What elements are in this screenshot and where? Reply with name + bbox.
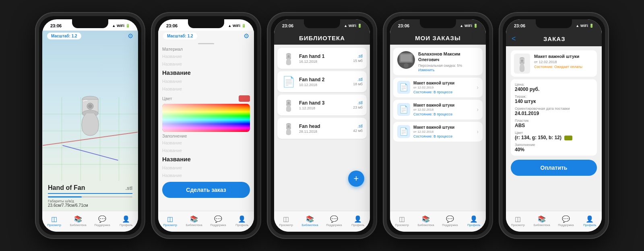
lib-item-date-3: 1.12.2018 [299, 106, 350, 110]
signal-icon-3: ▲ [344, 24, 347, 28]
phone-inner-1: 23:06 ▲ WiFi 🔋 Масштаб: 1.2 ⚙ [42, 19, 138, 232]
viewer-info: Hand of Fan .stl Габариты ш/в/д 23.6см/7… [42, 181, 138, 211]
color-picker[interactable] [162, 104, 250, 132]
nav-profile-label-5: Профиль [583, 223, 596, 227]
file-title-row: Hand of Fan .stl [48, 184, 132, 194]
nav-library-2[interactable]: 📚 Библиотека [182, 211, 206, 232]
order-detail-body: Макет важной штуки от 12.02.2018 Состоян… [506, 46, 602, 211]
scroll-indicator [48, 196, 132, 198]
settings-panel[interactable]: Материал Название Название Название Назв… [158, 41, 254, 211]
nav-library-icon-1: 📚 [74, 216, 82, 222]
name-opt-main: Название [162, 68, 250, 77]
pay-button[interactable]: Оплатить [511, 160, 597, 176]
library-screen: БИБЛИОТЕКА [274, 31, 370, 211]
fan-icon-1 [283, 51, 295, 66]
nav-profile-2[interactable]: 👤 Профиль [230, 211, 254, 232]
profile-edit[interactable]: Изменить [418, 68, 479, 72]
fan-icon-4 [283, 121, 295, 136]
nav-library-3[interactable]: 📚 Библиотека [298, 211, 322, 232]
material-row: Пластик ABS [515, 119, 593, 128]
svg-rect-19 [400, 54, 412, 62]
lib-item-ext-2: .stl [353, 77, 363, 82]
phones-container: 23:06 ▲ WiFi 🔋 Масштаб: 1.2 ⚙ [28, 5, 616, 246]
order-card-3[interactable]: 📄 Макет важной штуки от 12.02.2018 Состо… [393, 122, 483, 142]
fill-opt-1: Название [162, 140, 250, 146]
viewer-3d[interactable] [42, 41, 138, 181]
nav-viewer-2[interactable]: ◫ Просмотр [158, 211, 182, 232]
nav-support-icon-2: 💬 [214, 216, 222, 222]
nav-profile-3[interactable]: 👤 Профиль [346, 211, 370, 232]
library-item-3[interactable]: Fan hand 3 1.12.2018 .stl 23 мб [277, 95, 367, 115]
nav-support-5[interactable]: 💬 Поддержка [554, 211, 578, 232]
nav-support-4[interactable]: 💬 Поддержка [438, 211, 462, 232]
signal-icon-2: ▲ [228, 24, 231, 28]
nav-support-3[interactable]: 💬 Поддержка [322, 211, 346, 232]
profile-avatar [397, 51, 415, 69]
profile-info: Балахонов Максим Олегович Персональная с… [418, 51, 479, 72]
order-details-grid: Цена: 24000 руб. Тираж: 140 штук Ориенти… [511, 79, 597, 156]
color-swatch[interactable] [239, 95, 250, 102]
library-item-1[interactable]: Fan hand 1 16.12.2018 .stl 15 мб [277, 48, 367, 69]
nav-support-1[interactable]: 💬 Поддержка [90, 211, 114, 232]
grid-v4 [119, 97, 119, 181]
signal-icon-5: ▲ [576, 24, 579, 28]
nav-profile-icon-3: 👤 [354, 216, 362, 222]
material-value: ABS [515, 123, 593, 128]
order-icon-3: 📄 [397, 125, 410, 138]
order-product-name: Макет важной штуки [534, 53, 594, 59]
settings-header: Масштаб: 1.2 ⚙ [158, 31, 254, 41]
library-item-4[interactable]: Fan head 28.11.2018 .stl 42 мб [277, 118, 367, 139]
grid-h4 [42, 164, 138, 165]
nav-viewer-label-5: Просмотр [511, 223, 525, 227]
library-item-2[interactable]: 📄 Fan hand 2 10.12.2018 .stl 18 мб [277, 71, 367, 92]
nav-viewer-3[interactable]: ◫ Просмотр [274, 211, 298, 232]
phone-shell-1: 23:06 ▲ WiFi 🔋 Масштаб: 1.2 ⚙ [36, 13, 144, 238]
nav-support-2[interactable]: 💬 Поддержка [206, 211, 230, 232]
order-product-row: Макет важной штуки от 12.02.2018 Состоян… [511, 50, 597, 77]
lib-item-size-3: 23 мб [353, 105, 363, 109]
viewer-screen: Масштаб: 1.2 ⚙ [42, 31, 138, 211]
order-card-2[interactable]: 📄 Макет важной штуки от 12.02.2018 Состо… [393, 100, 483, 119]
price-label: Цена: [515, 82, 593, 86]
price-value: 24000 руб. [515, 86, 593, 92]
nav-library-icon-2: 📚 [190, 216, 198, 222]
nav-viewer-1[interactable]: ◫ Просмотр [42, 211, 66, 232]
lib-item-ext-1: .stl [353, 54, 363, 58]
library-item-icon-2: 📄 [281, 74, 296, 89]
nav-profile-5[interactable]: 👤 Профиль [578, 211, 602, 232]
nav-library-1[interactable]: 📚 Библиотека [66, 211, 91, 232]
nav-support-label-1: Поддержка [94, 223, 110, 227]
fan-svg [68, 85, 112, 138]
phone-settings: 23:06 ▲ WiFi 🔋 Масштаб: 1.2 ⚙ Материал [152, 13, 260, 238]
nav-viewer-5[interactable]: ◫ Просмотр [506, 211, 530, 232]
order-card-1[interactable]: 📄 Макет важной штуки от 12.02.2019 Состо… [393, 78, 483, 97]
file-name: Hand of Fan [48, 184, 85, 191]
back-button[interactable]: < [512, 35, 516, 43]
nav-profile-4[interactable]: 👤 Профиль [462, 211, 486, 232]
color-gradient-overlay [162, 104, 250, 132]
gear-icon[interactable]: ⚙ [128, 32, 133, 40]
fab-add-button[interactable]: + [348, 171, 364, 187]
nav-library-5[interactable]: 📚 Библиотека [530, 211, 554, 232]
nav-library-4[interactable]: 📚 Библиотека [414, 211, 438, 232]
nav-viewer-4[interactable]: ◫ Просмотр [390, 211, 414, 232]
make-order-btn[interactable]: Сделать заказ [162, 182, 250, 198]
status-icons-4: ▲ WiFi 🔋 [460, 24, 478, 28]
status-icons-1: ▲ WiFi 🔋 [112, 24, 130, 28]
wifi-icon-5: WiFi [580, 24, 588, 28]
lib-item-size-1: 15 мб [353, 59, 363, 63]
name-opt-1: Название [162, 53, 250, 60]
order-date-3: от 12.02.2018 [413, 130, 473, 134]
nav-profile-1[interactable]: 👤 Профиль [114, 211, 138, 232]
phone-viewer: 23:06 ▲ WiFi 🔋 Масштаб: 1.2 ⚙ [36, 13, 144, 238]
color-value-detail: (r: 134, g: 150, b: 12) [515, 135, 593, 140]
order-product-img [514, 53, 530, 74]
order-date-1: от 12.02.2019 [413, 86, 473, 89]
user-profile-card[interactable]: Балахонов Максим Олегович Персональная с… [393, 48, 483, 75]
phone-library: 23:06 ▲ WiFi 🔋 БИБЛИОТЕКА [268, 13, 376, 238]
battery-icon-3: 🔋 [357, 24, 362, 28]
gear-icon-2[interactable]: ⚙ [244, 32, 249, 40]
name-opt-3: Название [162, 78, 250, 84]
library-item-right-4: .stl 42 мб [353, 124, 363, 133]
phone-orders: 23:06 ▲ WiFi 🔋 МОИ ЗАКАЗЫ [384, 13, 492, 238]
